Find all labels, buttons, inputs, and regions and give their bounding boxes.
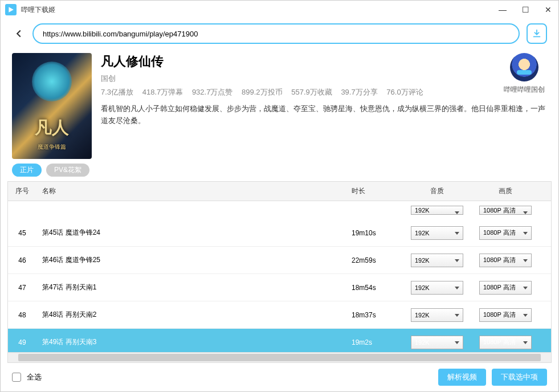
episode-table: 序号 名称 时长 音质 画质 192K 1080P 高清 45 第45话 魔道争… bbox=[7, 181, 552, 363]
audio-select[interactable]: 192K bbox=[411, 226, 463, 240]
cell-duration: 19m10s bbox=[346, 224, 403, 242]
stat-danmaku: 418.7万弹幕 bbox=[142, 88, 183, 96]
close-button[interactable]: ✕ bbox=[542, 4, 554, 15]
table-row[interactable]: 45 第45话 魔道争锋24 19m10s 192K 1080P 高清 bbox=[8, 219, 551, 247]
cell-name: 第45话 魔道争锋24 bbox=[36, 223, 346, 242]
stat-likes: 932.7万点赞 bbox=[192, 88, 233, 96]
uploader-name: 哔哩哔哩国创 bbox=[504, 85, 545, 95]
stat-comments: 76.0万评论 bbox=[386, 88, 423, 96]
cell-no: 45 bbox=[8, 224, 36, 242]
select-all-label: 全选 bbox=[27, 372, 432, 382]
select-all-checkbox[interactable] bbox=[12, 373, 21, 382]
tabs: 正片 PV&花絮 bbox=[1, 161, 558, 181]
video-stats: 7.3亿播放 418.7万弹幕 932.7万点赞 899.2万投币 557.9万… bbox=[101, 87, 547, 97]
cover-image: 魔道争锋篇 bbox=[12, 53, 92, 159]
uploader-block[interactable]: 哔哩哔哩国创 bbox=[504, 53, 545, 95]
audio-select[interactable]: 192K bbox=[411, 336, 463, 349]
table-header: 序号 名称 时长 音质 画质 bbox=[8, 182, 551, 201]
audio-select[interactable]: 192K bbox=[411, 254, 463, 267]
video-select[interactable]: 1080P 高清 bbox=[479, 206, 532, 215]
cell-duration: 18m54s bbox=[346, 279, 403, 296]
app-title: 哔哩下载姬 bbox=[21, 5, 497, 15]
back-button[interactable] bbox=[12, 27, 26, 40]
video-category: 国创 bbox=[101, 74, 547, 84]
footer: 全选 解析视频 下载选中项 bbox=[1, 363, 558, 391]
minimize-button[interactable]: — bbox=[497, 4, 508, 15]
video-select[interactable]: 1080P 高清 bbox=[479, 336, 532, 349]
stat-shares: 39.7万分享 bbox=[341, 88, 377, 96]
video-select[interactable]: 1080P 高清 bbox=[479, 281, 532, 295]
audio-select[interactable]: 192K bbox=[411, 308, 463, 322]
cell-duration: 19m2s bbox=[346, 334, 403, 351]
cell-name: 第46话 魔道争锋25 bbox=[36, 251, 346, 270]
info-section: 魔道争锋篇 凡人修仙传 国创 7.3亿播放 418.7万弹幕 932.7万点赞 … bbox=[1, 48, 558, 161]
col-video: 画质 bbox=[471, 182, 540, 201]
audio-select[interactable]: 192K bbox=[411, 206, 463, 215]
download-button[interactable] bbox=[527, 23, 547, 44]
video-description: 看机智的凡人小子韩立如何稳健发展、步步为营，战魔道、夺至宝、驰骋星海、快意恩仇，… bbox=[101, 103, 547, 127]
avatar bbox=[510, 53, 538, 81]
tab-main[interactable]: 正片 bbox=[12, 164, 42, 177]
stat-plays: 7.3亿播放 bbox=[101, 88, 133, 96]
horizontal-scrollbar[interactable] bbox=[8, 352, 551, 362]
tab-pv[interactable]: PV&花絮 bbox=[46, 164, 89, 177]
app-icon bbox=[5, 4, 17, 15]
table-row[interactable]: 46 第46话 魔道争锋25 22m59s 192K 1080P 高清 bbox=[8, 247, 551, 274]
parse-button[interactable]: 解析视频 bbox=[438, 369, 486, 386]
cell-name: 第48话 再别天南2 bbox=[36, 305, 346, 324]
table-row[interactable]: 47 第47话 再别天南1 18m54s 192K 1080P 高清 bbox=[8, 274, 551, 301]
col-no: 序号 bbox=[8, 182, 36, 201]
cell-no: 49 bbox=[8, 334, 36, 351]
cell-name: 第49话 再别天南3 bbox=[36, 333, 346, 352]
maximize-button[interactable]: ☐ bbox=[520, 4, 531, 15]
cell-no: 46 bbox=[8, 252, 36, 269]
cell-name: 第47话 再别天南1 bbox=[36, 278, 346, 297]
col-duration: 时长 bbox=[346, 182, 403, 201]
video-title: 凡人修仙传 bbox=[101, 53, 547, 70]
audio-select[interactable]: 192K bbox=[411, 281, 463, 295]
cell-no: 47 bbox=[8, 279, 36, 296]
stat-coins: 899.2万投币 bbox=[242, 88, 283, 96]
titlebar: 哔哩下载姬 — ☐ ✕ bbox=[1, 1, 558, 19]
cell-duration: 18m37s bbox=[346, 307, 403, 324]
table-body[interactable]: 192K 1080P 高清 45 第45话 魔道争锋24 19m10s 192K… bbox=[8, 201, 551, 352]
table-row[interactable]: 48 第48话 再别天南2 18m37s 192K 1080P 高清 bbox=[8, 301, 551, 329]
svg-marker-0 bbox=[9, 7, 13, 13]
col-name: 名称 bbox=[36, 182, 346, 201]
toolbar bbox=[1, 19, 558, 48]
video-select[interactable]: 1080P 高清 bbox=[479, 308, 532, 322]
cell-duration: 22m59s bbox=[346, 252, 403, 269]
video-select[interactable]: 1080P 高清 bbox=[479, 226, 532, 240]
download-selected-button[interactable]: 下载选中项 bbox=[492, 369, 547, 386]
stat-favs: 557.9万收藏 bbox=[291, 88, 332, 96]
table-row[interactable]: 49 第49话 再别天南3 19m2s 192K 1080P 高清 bbox=[8, 329, 551, 352]
video-select[interactable]: 1080P 高清 bbox=[479, 254, 532, 267]
table-row[interactable]: 192K 1080P 高清 bbox=[8, 201, 551, 219]
cell-no: 48 bbox=[8, 307, 36, 324]
col-audio: 音质 bbox=[403, 182, 471, 201]
url-input[interactable] bbox=[32, 23, 520, 44]
